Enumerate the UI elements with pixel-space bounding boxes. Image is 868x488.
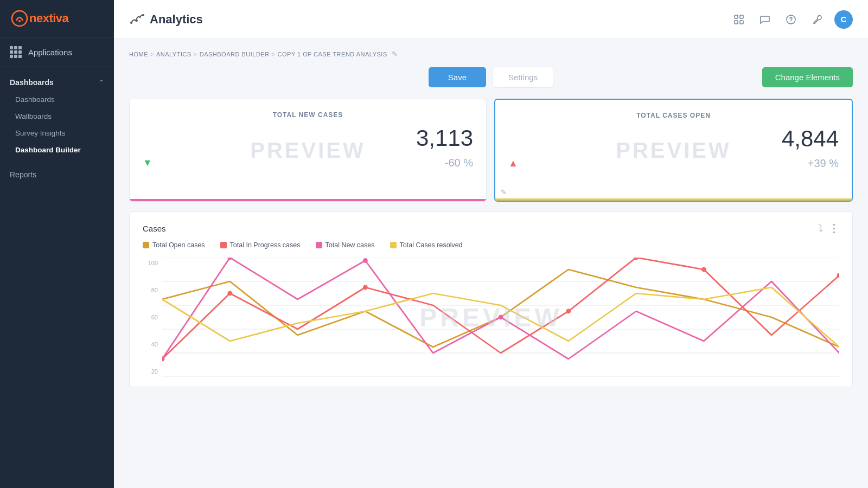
card-edit-icon[interactable]: ✎ xyxy=(501,188,507,196)
dashboards-section: Dashboards ⌃ Dashboards Wallboards Surve… xyxy=(0,67,114,165)
change-elements-button[interactable]: Change Elements xyxy=(762,67,853,87)
topbar: Analytics xyxy=(114,0,868,39)
y-label-40: 40 xyxy=(143,341,158,348)
card-bottom-new-cases: ▼ -60 % xyxy=(143,157,473,169)
legend-dot-open xyxy=(143,242,149,248)
legend-label-progress: Total In Progress cases xyxy=(230,241,301,249)
chat-icon[interactable] xyxy=(756,11,774,28)
chart-panel: Cases ⤵ ⋮ Total Open cases Total In Prog… xyxy=(129,211,853,387)
chart-svg-area xyxy=(162,258,839,377)
svg-rect-5 xyxy=(735,15,738,18)
breadcrumb-sep-1: > xyxy=(150,51,154,57)
legend-label-resolved: Total Cases resolved xyxy=(400,241,463,249)
help-icon[interactable] xyxy=(782,11,800,28)
dot-new-3 xyxy=(498,315,503,320)
sidebar: nextiva Applications Dashboards ⌃ Dashbo… xyxy=(0,0,114,488)
chart-actions: ⤵ ⋮ xyxy=(818,222,839,235)
chart-area: PREVIEW 100 80 60 40 20 xyxy=(143,258,839,377)
svg-point-10 xyxy=(790,21,792,22)
legend-dot-resolved xyxy=(390,242,397,248)
breadcrumb-sep-3: > xyxy=(272,51,276,57)
dot-in-progress-2 xyxy=(227,291,232,296)
dot-in-progress-4 xyxy=(566,309,571,314)
card-bar-new-cases xyxy=(129,199,487,201)
svg-rect-6 xyxy=(740,15,743,18)
chart-title: Cases xyxy=(143,224,166,233)
sidebar-item-survey-insights[interactable]: Survey Insights xyxy=(0,125,114,142)
logo-text: nextiva xyxy=(29,11,68,25)
card-value-new-cases: 3,113 xyxy=(143,125,473,151)
breadcrumb-home[interactable]: HOME xyxy=(129,51,148,57)
card-pct-open-cases: +39 % xyxy=(808,157,839,170)
sidebar-item-dashboards[interactable]: Dashboards xyxy=(0,91,114,108)
chart-header: Cases ⤵ ⋮ xyxy=(143,222,839,235)
svg-rect-8 xyxy=(740,21,743,24)
user-avatar[interactable]: C xyxy=(834,10,853,29)
legend-dot-new xyxy=(316,242,322,248)
content-area: HOME > ANALYTICS > DASHBOARD BUILDER > C… xyxy=(114,39,868,488)
trend-up-icon: ▲ xyxy=(508,158,518,169)
svg-point-2 xyxy=(136,20,138,22)
applications-label: Applications xyxy=(28,48,72,57)
svg-point-1 xyxy=(18,20,21,22)
dot-new-2 xyxy=(363,258,368,263)
chart-svg xyxy=(162,258,839,377)
legend-label-open: Total Open cases xyxy=(152,241,205,249)
save-button[interactable]: Save xyxy=(429,67,486,87)
topbar-right: C xyxy=(730,10,853,29)
y-label-20: 20 xyxy=(143,368,158,375)
settings-button[interactable]: Settings xyxy=(493,67,553,88)
breadcrumb-edit-icon[interactable]: ✎ xyxy=(392,50,398,58)
applications-nav[interactable]: Applications xyxy=(0,37,114,67)
legend-dot-progress xyxy=(220,242,227,248)
dot-in-progress-3 xyxy=(363,285,368,290)
dashboards-section-header[interactable]: Dashboards ⌃ xyxy=(0,74,114,91)
breadcrumb-sep-2: > xyxy=(194,51,197,57)
main-area: Analytics xyxy=(114,0,868,488)
y-label-100: 100 xyxy=(143,260,158,266)
card-bar-open-cases xyxy=(494,198,853,201)
chart-trend-icon[interactable]: ⤵ xyxy=(818,223,823,234)
breadcrumb-dashboard-builder[interactable]: DASHBOARD BUILDER xyxy=(200,51,270,57)
y-label-60: 60 xyxy=(143,314,158,320)
card-value-open-cases: 4,844 xyxy=(508,126,839,152)
grid-icon[interactable] xyxy=(730,11,748,28)
apps-grid-icon xyxy=(10,46,22,58)
y-label-80: 80 xyxy=(143,287,158,293)
logo-area: nextiva xyxy=(0,0,114,37)
legend-open-cases: Total Open cases xyxy=(143,241,205,249)
sidebar-item-reports[interactable]: Reports xyxy=(0,165,114,184)
stat-card-open-cases: TOTAL CASES OPEN PREVIEW 4,844 ▲ +39 % ✎ xyxy=(494,99,853,202)
svg-point-3 xyxy=(130,22,132,24)
svg-rect-7 xyxy=(735,21,738,24)
logo: nextiva xyxy=(11,10,68,27)
stat-card-new-cases: TOTAL NEW CASES PREVIEW 3,113 ▼ -60 % xyxy=(129,99,487,202)
chevron-up-icon: ⌃ xyxy=(99,79,104,86)
svg-point-4 xyxy=(142,14,144,16)
action-bar: Save Settings Change Elements xyxy=(129,67,853,88)
dashboards-section-title: Dashboards xyxy=(10,78,54,87)
card-bottom-open-cases: ▲ +39 % xyxy=(508,157,839,170)
sidebar-item-dashboard-builder[interactable]: Dashboard Builder xyxy=(0,142,114,158)
card-title-new-cases: TOTAL NEW CASES xyxy=(143,111,473,119)
legend-in-progress-cases: Total In Progress cases xyxy=(220,241,301,249)
legend-new-cases: Total New cases xyxy=(316,241,375,249)
chart-legend: Total Open cases Total In Progress cases… xyxy=(143,241,839,249)
trend-down-icon: ▼ xyxy=(143,157,152,169)
analytics-nav-icon xyxy=(129,11,144,28)
card-pct-new-cases: -60 % xyxy=(445,157,473,169)
dot-in-progress-6 xyxy=(701,267,706,272)
chart-y-labels: 100 80 60 40 20 xyxy=(143,258,158,377)
logo-icon xyxy=(11,10,28,27)
page-title: Analytics xyxy=(150,12,203,27)
chart-more-icon[interactable]: ⋮ xyxy=(828,222,839,235)
legend-resolved-cases: Total Cases resolved xyxy=(390,241,463,249)
wrench-icon[interactable] xyxy=(808,11,826,28)
breadcrumb-current: COPY 1 OF CASE TREND ANALYSIS xyxy=(278,51,387,57)
stat-cards-row: TOTAL NEW CASES PREVIEW 3,113 ▼ -60 % TO… xyxy=(129,99,853,202)
legend-label-new: Total New cases xyxy=(326,241,375,249)
svg-point-0 xyxy=(12,11,27,26)
card-title-open-cases: TOTAL CASES OPEN xyxy=(508,112,839,119)
breadcrumb-analytics[interactable]: ANALYTICS xyxy=(156,51,192,57)
sidebar-item-wallboards[interactable]: Wallboards xyxy=(0,108,114,125)
